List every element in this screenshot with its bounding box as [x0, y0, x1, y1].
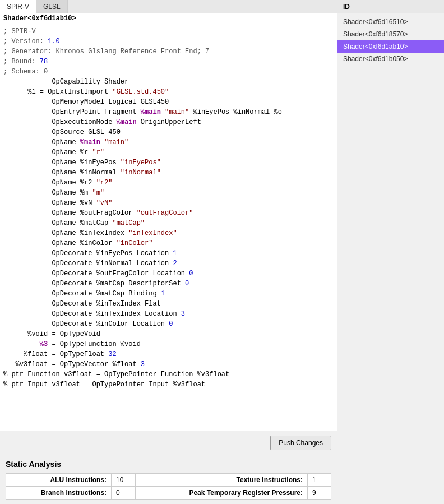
- code-line: %float = OpTypeFloat 32: [3, 349, 334, 359]
- code-line: OpName %matCap "matCap": [3, 218, 334, 228]
- push-changes-button[interactable]: Push Changes: [270, 436, 331, 450]
- code-line: OpDecorate %inTexIndex Location 3: [3, 309, 334, 319]
- code-line: %1 = OpExtInstImport "GLSL.std.450": [3, 87, 334, 97]
- peak-register-pressure-label: Peak Temporary Register Pressure:: [135, 487, 307, 500]
- code-line: OpName %outFragColor "outFragColor": [3, 208, 334, 218]
- code-line: OpName %inColor "inColor": [3, 238, 334, 248]
- code-line: OpSource GLSL 450: [3, 127, 334, 137]
- alu-instructions-value: 10: [112, 474, 136, 487]
- code-line: OpMemoryModel Logical GLSL450: [3, 97, 334, 107]
- code-line: OpName %inEyePos "inEyePos": [3, 158, 334, 168]
- code-line: %void = OpTypeVoid: [3, 329, 334, 339]
- texture-instructions-value: 1: [307, 474, 331, 487]
- branch-instructions-value: 0: [112, 487, 136, 500]
- shader-item-1[interactable]: Shader<0xf6d18570>: [337, 28, 444, 40]
- static-analysis-panel: Static Analysis ALU Instructions: 10 Tex…: [0, 455, 337, 504]
- stats-row-1: ALU Instructions: 10 Texture Instruction…: [6, 474, 331, 487]
- code-line: ; Bound: 78: [3, 57, 334, 67]
- code-line: OpName %r2 "r2": [3, 178, 334, 188]
- code-line: OpDecorate %matCap DescriptorSet 0: [3, 279, 334, 289]
- code-line: OpName %r "r": [3, 147, 334, 158]
- branch-instructions-label: Branch Instructions:: [6, 487, 112, 500]
- code-line: OpDecorate %matCap Binding 1: [3, 289, 334, 299]
- right-panel: ID Shader<0xf6d16510> Shader<0xf6d18570>…: [337, 0, 444, 504]
- code-line: %_ptr_Input_v3float = OpTypePointer Inpu…: [3, 380, 334, 390]
- main-container: SPIR-V GLSL Shader<0xf6d1ab10> ; SPIR-V …: [0, 0, 444, 504]
- code-line: OpDecorate %inTexIndex Flat: [3, 299, 334, 309]
- code-line: OpDecorate %inColor Location 0: [3, 319, 334, 329]
- peak-register-pressure-value: 9: [307, 487, 331, 500]
- code-line: OpName %main "main": [3, 137, 334, 147]
- code-line: OpName %inNormal "inNormal": [3, 168, 334, 178]
- left-panel: SPIR-V GLSL Shader<0xf6d1ab10> ; SPIR-V …: [0, 0, 337, 504]
- action-bar: Push Changes: [0, 431, 337, 455]
- code-line: %3 = OpTypeFunction %void: [3, 339, 334, 349]
- tab-glsl[interactable]: GLSL: [36, 0, 68, 13]
- stats-table: ALU Instructions: 10 Texture Instruction…: [6, 473, 331, 500]
- code-line: ; Generator: Khronos Glslang Reference F…: [3, 47, 334, 57]
- shader-item-3[interactable]: Shader<0xf6d1b050>: [337, 53, 444, 65]
- shader-item-0[interactable]: Shader<0xf6d16510>: [337, 16, 444, 28]
- code-line: %_ptr_Function_v3float = OpTypePointer F…: [3, 369, 334, 380]
- code-line: ; Version: 1.0: [3, 36, 334, 47]
- tab-spir-v[interactable]: SPIR-V: [0, 0, 36, 13]
- shader-item-2[interactable]: Shader<0xf6d1ab10>: [337, 40, 444, 53]
- right-panel-header: ID: [337, 0, 444, 13]
- code-line: OpName %vN "vN": [3, 198, 334, 208]
- code-line: ; SPIR-V: [3, 26, 334, 36]
- code-line: OpDecorate %inEyePos Location 1: [3, 248, 334, 258]
- code-line: OpDecorate %outFragColor Location 0: [3, 269, 334, 279]
- static-analysis-title: Static Analysis: [6, 460, 331, 469]
- code-area[interactable]: ; SPIR-V ; Version: 1.0 ; Generator: Khr…: [0, 24, 337, 431]
- alu-instructions-label: ALU Instructions:: [6, 474, 112, 487]
- code-line: OpName %m "m": [3, 188, 334, 198]
- stats-row-2: Branch Instructions: 0 Peak Temporary Re…: [6, 487, 331, 500]
- tab-bar: SPIR-V GLSL: [0, 0, 337, 13]
- code-line: %v3float = OpTypeVector %float 3: [3, 359, 334, 369]
- code-line: OpExecutionMode %main OriginUpperLeft: [3, 117, 334, 127]
- code-line: ; Schema: 0: [3, 67, 334, 77]
- shader-list: Shader<0xf6d16510> Shader<0xf6d18570> Sh…: [337, 13, 444, 67]
- code-line: OpName %inTexIndex "inTexIndex": [3, 228, 334, 238]
- texture-instructions-label: Texture Instructions:: [135, 474, 307, 487]
- code-line: OpDecorate %inNormal Location 2: [3, 258, 334, 269]
- code-line: OpCapability Shader: [3, 77, 334, 87]
- code-line: OpEntryPoint Fragment %main "main" %inEy…: [3, 107, 334, 117]
- shader-header: Shader<0xf6d1ab10>: [0, 13, 337, 24]
